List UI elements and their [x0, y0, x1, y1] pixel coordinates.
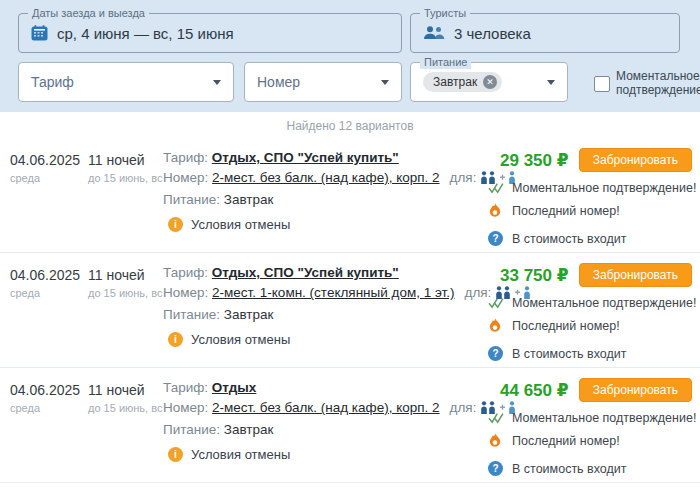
feature-text: Последний номер!: [512, 434, 620, 448]
feature-text: Моментальное подтверждение!: [512, 411, 696, 425]
cancel-terms-link[interactable]: i Условия отмены: [168, 332, 533, 347]
meal-value: Завтрак: [224, 422, 274, 437]
feature-price-includes[interactable]: ? В стоимость входит: [488, 346, 692, 361]
info-icon: i: [168, 332, 183, 347]
room-label: Номер:: [163, 400, 208, 415]
checkout-info: до 15 июнь, вс: [88, 402, 162, 414]
question-icon: ?: [488, 231, 504, 246]
nights-column: 11 ночей до 15 июнь, вс: [88, 382, 162, 414]
checkin-date: 04.06.2025: [10, 382, 80, 398]
tariff-label: Тариф:: [163, 150, 208, 165]
double-check-icon: [488, 182, 504, 194]
feature-text: В стоимость входит: [512, 232, 627, 246]
instant-confirmation-checkbox[interactable]: [594, 76, 610, 92]
meal-label: Питание:: [163, 422, 220, 437]
nights-column: 11 ночей до 15 июнь, вс: [88, 152, 162, 184]
tourists-legend: Туристы: [420, 7, 470, 20]
book-button[interactable]: Забронировать: [579, 263, 692, 287]
book-button[interactable]: Забронировать: [579, 148, 692, 172]
meal-label: Питание:: [163, 192, 220, 207]
result-row: 04.06.2025 среда 11 ночей до 15 июнь, вс…: [0, 368, 700, 483]
offer-actions: 29 350 ₽ Забронировать Моментальное подт…: [488, 148, 692, 246]
results-count: Найдено 12 вариантов: [0, 119, 700, 133]
tourists-field[interactable]: Туристы 3 человека: [410, 13, 680, 53]
price: 29 350 ₽: [500, 150, 569, 171]
checkin-column: 04.06.2025 среда: [10, 382, 80, 414]
checkin-column: 04.06.2025 среда: [10, 267, 80, 299]
room-label: Номер:: [163, 170, 208, 185]
feature-instant: Моментальное подтверждение!: [488, 296, 692, 310]
calendar-icon: [31, 25, 48, 41]
price: 44 650 ₽: [500, 380, 569, 401]
info-icon: i: [168, 217, 183, 232]
room-select[interactable]: Номер: [244, 62, 402, 102]
feature-text: Моментальное подтверждение!: [512, 296, 696, 310]
feature-last-room: Последний номер!: [488, 433, 692, 448]
tariff-placeholder: Тариф: [31, 74, 74, 90]
double-check-icon: [488, 297, 504, 309]
svg-text:?: ?: [492, 463, 498, 474]
filters-panel: Даты заезда и выезда ср, 4 июня — вс, 15…: [0, 0, 700, 112]
checkin-date: 04.06.2025: [10, 267, 80, 283]
tariff-select[interactable]: Тариф: [18, 62, 234, 102]
meals-select[interactable]: Питание Завтрак ✕: [410, 62, 568, 102]
tariff-link[interactable]: Отдых: [212, 380, 257, 395]
meals-legend: Питание: [420, 56, 471, 69]
checkin-weekday: среда: [10, 402, 80, 414]
flame-icon: [488, 203, 504, 218]
tourists-value: 3 человека: [454, 25, 531, 42]
meal-label: Питание:: [163, 307, 220, 322]
dates-field[interactable]: Даты заезда и выезда ср, 4 июня — вс, 15…: [18, 13, 402, 53]
cancel-terms-link[interactable]: i Условия отмены: [168, 447, 518, 462]
booking-search-page: Даты заезда и выезда ср, 4 июня — вс, 15…: [0, 0, 700, 489]
feature-text: Моментальное подтверждение!: [512, 181, 696, 195]
feature-text: Последний номер!: [512, 204, 620, 218]
room-link[interactable]: 2-мест. без балк. (над кафе), корп. 2: [212, 400, 439, 415]
feature-instant: Моментальное подтверждение!: [488, 411, 692, 425]
double-check-icon: [488, 412, 504, 424]
nights-column: 11 ночей до 15 июнь, вс: [88, 267, 162, 299]
dates-value: ср, 4 июня — вс, 15 июня: [57, 25, 234, 42]
flame-icon: [488, 433, 504, 448]
nights-count: 11 ночей: [88, 152, 162, 168]
checkout-info: до 15 июнь, вс: [88, 287, 162, 299]
close-icon[interactable]: ✕: [483, 75, 497, 89]
results-list: 04.06.2025 среда 11 ночей до 15 июнь, вс…: [0, 138, 700, 483]
tariff-label: Тариф:: [163, 265, 208, 280]
cancel-terms-link[interactable]: i Условия отмены: [168, 217, 518, 232]
checkin-column: 04.06.2025 среда: [10, 152, 80, 184]
feature-price-includes[interactable]: ? В стоимость входит: [488, 461, 692, 476]
chevron-down-icon: [213, 80, 221, 85]
guests-label: для:: [450, 400, 477, 415]
meal-chip-label: Завтрак: [433, 75, 477, 89]
dates-legend: Даты заезда и выезда: [28, 7, 149, 20]
checkin-weekday: среда: [10, 172, 80, 184]
svg-text:?: ?: [492, 348, 498, 359]
offer-details: Тариф: Отдых, СПО "Успей купить" Номер: …: [163, 148, 518, 232]
flame-icon: [488, 318, 504, 333]
checkin-weekday: среда: [10, 287, 80, 299]
checkin-date: 04.06.2025: [10, 152, 80, 168]
meal-chip-breakfast[interactable]: Завтрак ✕: [423, 72, 502, 92]
chevron-down-icon: [381, 80, 389, 85]
tariff-link[interactable]: Отдых, СПО "Успей купить": [212, 150, 399, 165]
result-row: 04.06.2025 среда 11 ночей до 15 июнь, вс…: [0, 138, 700, 253]
meal-value: Завтрак: [224, 307, 274, 322]
people-icon: [423, 26, 445, 40]
offer-details: Тариф: Отдых Номер: 2-мест. без балк. (н…: [163, 378, 518, 462]
tariff-link[interactable]: Отдых, СПО "Успей купить": [212, 265, 399, 280]
question-icon: ?: [488, 346, 504, 361]
feature-text: Последний номер!: [512, 319, 620, 333]
feature-text: В стоимость входит: [512, 347, 627, 361]
room-placeholder: Номер: [257, 74, 300, 90]
offer-actions: 44 650 ₽ Забронировать Моментальное подт…: [488, 378, 692, 476]
result-row: 04.06.2025 среда 11 ночей до 15 июнь, вс…: [0, 253, 700, 368]
price: 33 750 ₽: [500, 265, 569, 286]
room-link[interactable]: 2-мест. 1-комн. (стеклянный дом, 1 эт.): [212, 285, 454, 300]
offer-actions: 33 750 ₽ Забронировать Моментальное подт…: [488, 263, 692, 361]
guests-label: для:: [450, 170, 477, 185]
feature-price-includes[interactable]: ? В стоимость входит: [488, 231, 692, 246]
book-button[interactable]: Забронировать: [579, 378, 692, 402]
meal-value: Завтрак: [224, 192, 274, 207]
room-link[interactable]: 2-мест. без балк. (над кафе), корп. 2: [212, 170, 439, 185]
